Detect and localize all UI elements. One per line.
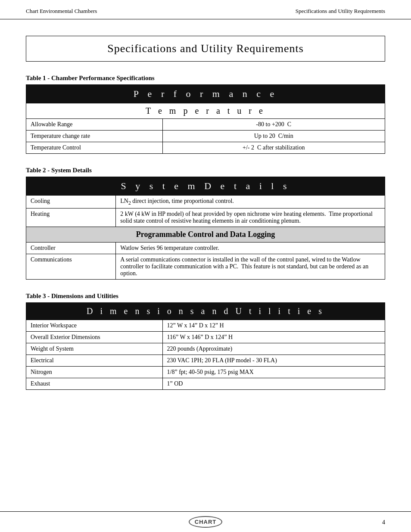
page-container: Chart Environmental Chambers Specificati… <box>0 0 411 532</box>
table1-header-row: P e r f o r m a n c e <box>26 85 385 103</box>
interior-label: Interior Workspace <box>26 320 163 331</box>
row2-col1: Temperature change rate <box>26 131 163 142</box>
table-row: Overall Exterior Dimensions 116” W x 146… <box>26 331 385 343</box>
table1-header: P e r f o r m a n c e <box>26 85 385 103</box>
page-title: Specifications and Utility Requirements <box>26 36 385 62</box>
controller-label: Controller <box>26 242 116 254</box>
page-footer: CHART 4 <box>0 511 411 532</box>
table2-header-row: S y s t e m D e t a i l s <box>26 177 385 196</box>
weight-label: Weight of System <box>26 343 163 355</box>
row1-col1: Allowable Range <box>26 119 163 131</box>
table3-header-row: D i m e n s i o n s a n d U t i l i t i … <box>26 302 385 320</box>
chart-logo: CHART <box>189 516 223 528</box>
table2-label: Table 2 - System Details <box>26 167 385 174</box>
row3-col2: +/- 2 C after stabilization <box>162 142 385 154</box>
table-row: Heating 2 kW (4 kW in HP model) of heat … <box>26 208 385 227</box>
nitrogen-value: 1/8” fpt; 40-50 psig, 175 psig MAX <box>162 366 385 378</box>
electrical-label: Electrical <box>26 355 163 366</box>
header-right: Specifications and Utility Requirements <box>296 8 385 15</box>
exhaust-value: 1” OD <box>162 378 385 389</box>
communications-label: Communications <box>26 254 116 279</box>
page-number: 4 <box>382 519 385 526</box>
page-header: Chart Environmental Chambers Specificati… <box>0 0 411 19</box>
communications-value: A serial communications connector is ins… <box>116 254 385 279</box>
table1-subheader: T e m p e r a t u r e <box>26 103 385 119</box>
controller-value: Watlow Series 96 temperature controller. <box>116 242 385 254</box>
exterior-value: 116” W x 146” D x 124” H <box>162 331 385 343</box>
table2: S y s t e m D e t a i l s Cooling LN2 di… <box>26 177 385 280</box>
table-row: Interior Workspace 12” W x 14” D x 12” H <box>26 320 385 331</box>
header-left: Chart Environmental Chambers <box>26 8 97 15</box>
exterior-label: Overall Exterior Dimensions <box>26 331 163 343</box>
table-row: Weight of System 220 pounds (Approximate… <box>26 343 385 355</box>
heating-label: Heating <box>26 208 116 227</box>
table-row: Temperature Control +/- 2 C after stabil… <box>26 142 385 154</box>
table-row: Temperature change rate Up to 20 C/min <box>26 131 385 142</box>
table-row: Communications A serial communications c… <box>26 254 385 279</box>
cooling-label: Cooling <box>26 196 116 208</box>
cooling-value: LN2 direct injection, time proportional … <box>116 196 385 208</box>
table2-header: S y s t e m D e t a i l s <box>26 177 385 196</box>
footer-logo: CHART <box>189 516 223 528</box>
table1-subheader-row: T e m p e r a t u r e <box>26 103 385 119</box>
heating-value: 2 kW (4 kW in HP model) of heat provided… <box>116 208 385 227</box>
table3: D i m e n s i o n s a n d U t i l i t i … <box>26 302 385 390</box>
table-row: Nitrogen 1/8” fpt; 40-50 psig, 175 psig … <box>26 366 385 378</box>
row1-col2: -80 to +200 C <box>162 119 385 131</box>
nitrogen-label: Nitrogen <box>26 366 163 378</box>
row3-col1: Temperature Control <box>26 142 163 154</box>
table-row: Controller Watlow Series 96 temperature … <box>26 242 385 254</box>
table1-label: Table 1 - Chamber Performance Specificat… <box>26 75 385 82</box>
table-row: Allowable Range -80 to +200 C <box>26 119 385 131</box>
weight-value: 220 pounds (Approximate) <box>162 343 385 355</box>
exhaust-label: Exhaust <box>26 378 163 389</box>
table1: P e r f o r m a n c e T e m p e r a t u … <box>26 84 385 154</box>
main-content: Specifications and Utility Requirements … <box>0 19 411 437</box>
prog-header-row: Programmable Control and Data Logging <box>26 227 385 242</box>
table3-label: Table 3 - Dimensions and Utilities <box>26 292 385 300</box>
electrical-value: 230 VAC 1PH; 20 FLA (HP model - 30 FLA) <box>162 355 385 366</box>
table-row: Electrical 230 VAC 1PH; 20 FLA (HP model… <box>26 355 385 366</box>
table-row: Cooling LN2 direct injection, time propo… <box>26 196 385 208</box>
prog-header: Programmable Control and Data Logging <box>26 227 385 242</box>
table3-header: D i m e n s i o n s a n d U t i l i t i … <box>26 302 385 320</box>
interior-value: 12” W x 14” D x 12” H <box>162 320 385 331</box>
row2-col2: Up to 20 C/min <box>162 131 385 142</box>
table-row: Exhaust 1” OD <box>26 378 385 389</box>
